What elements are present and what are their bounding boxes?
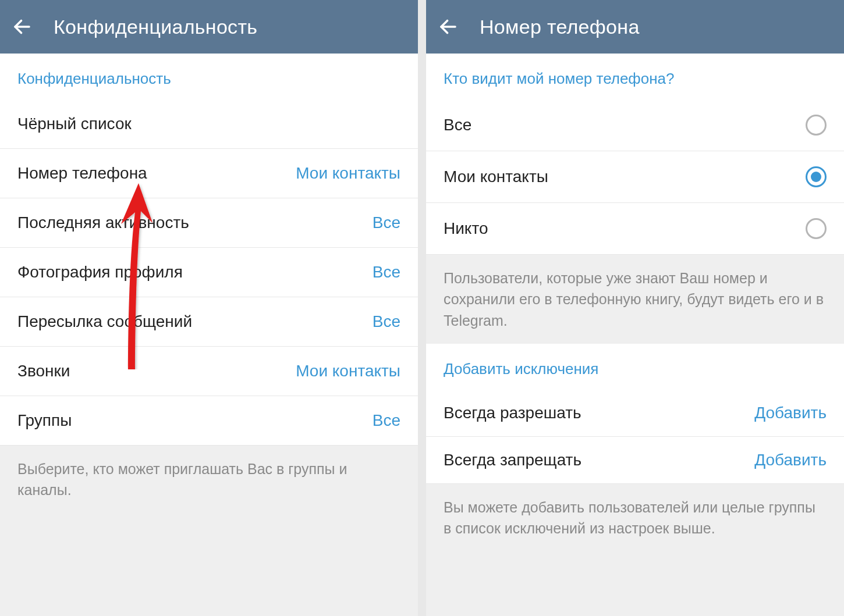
item-label: Группы <box>17 411 72 430</box>
appbar-title: Номер телефона <box>480 16 640 38</box>
item-calls[interactable]: Звонки Мои контакты <box>0 347 418 396</box>
item-value: Мои контакты <box>296 164 400 183</box>
radio-label: Все <box>444 116 471 134</box>
item-value: Все <box>373 263 400 282</box>
radio-icon <box>806 115 827 136</box>
radio-label: Никто <box>444 219 488 238</box>
footer-note: Выберите, кто может приглашать Вас в гру… <box>0 446 418 616</box>
exception-label: Всегда разрешать <box>444 404 581 422</box>
item-label: Последняя активность <box>17 213 189 232</box>
info-note: Пользователи, которые уже знают Ваш номе… <box>426 255 844 344</box>
appbar-title: Конфиденциальность <box>54 16 257 38</box>
item-blacklist[interactable]: Чёрный список <box>0 99 418 149</box>
screen-phone-number: Номер телефона Кто видит мой номер телеф… <box>426 0 844 616</box>
appbar: Номер телефона <box>426 0 844 54</box>
back-arrow-icon[interactable] <box>438 16 459 37</box>
exception-action: Добавить <box>754 451 827 469</box>
radio-label: Мои контакты <box>444 168 548 186</box>
section-header-exceptions: Добавить исключения <box>426 344 844 390</box>
item-value: Все <box>373 213 400 232</box>
back-arrow-icon[interactable] <box>12 16 33 37</box>
radio-icon <box>806 218 827 239</box>
item-label: Фотография профиля <box>17 263 183 282</box>
exception-label: Всегда запрещать <box>444 451 581 469</box>
section-header-who-sees: Кто видит мой номер телефона? <box>426 54 844 99</box>
item-label: Чёрный список <box>17 115 132 133</box>
radio-option-my-contacts[interactable]: Мои контакты <box>426 151 844 203</box>
screen-privacy: Конфиденциальность Конфиденциальность Чё… <box>0 0 418 616</box>
item-phone-number[interactable]: Номер телефона Мои контакты <box>0 149 418 198</box>
item-value: Мои контакты <box>296 362 400 380</box>
exception-action: Добавить <box>754 404 827 422</box>
radio-option-nobody[interactable]: Никто <box>426 203 844 255</box>
item-forwarded-messages[interactable]: Пересылка сообщений Все <box>0 297 418 347</box>
radio-selected-icon <box>806 166 827 187</box>
exception-never-allow[interactable]: Всегда запрещать Добавить <box>426 437 844 484</box>
item-label: Номер телефона <box>17 164 147 183</box>
section-header-privacy: Конфиденциальность <box>0 54 418 99</box>
item-profile-photo[interactable]: Фотография профиля Все <box>0 248 418 297</box>
item-label: Звонки <box>17 362 70 380</box>
radio-option-everybody[interactable]: Все <box>426 99 844 151</box>
appbar: Конфиденциальность <box>0 0 418 54</box>
footer-note: Вы можете добавить пользователей или цел… <box>426 484 844 616</box>
item-last-seen[interactable]: Последняя активность Все <box>0 198 418 248</box>
exception-always-allow[interactable]: Всегда разрешать Добавить <box>426 390 844 437</box>
item-label: Пересылка сообщений <box>17 312 192 331</box>
item-value: Все <box>373 312 400 331</box>
item-value: Все <box>373 411 400 430</box>
item-groups[interactable]: Группы Все <box>0 396 418 446</box>
